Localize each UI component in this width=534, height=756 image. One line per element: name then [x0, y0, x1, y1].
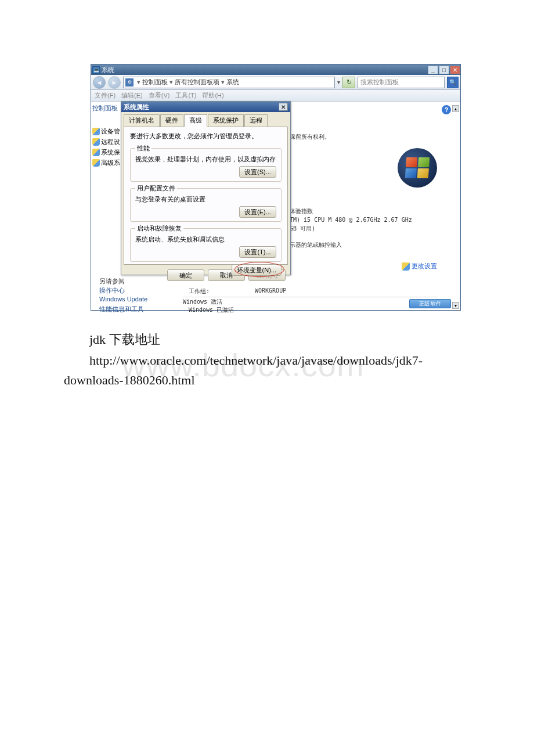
cpu-info: TM) i5 CPU M 480 @ 2.67GHz 2.67 GHz [290, 217, 412, 223]
breadcrumb-cp[interactable]: 控制面板 [142, 78, 168, 87]
document-text: jdk 下载地址 http://www.oracle.com/technetwo… [64, 331, 534, 388]
dialog-close-button[interactable]: ✕ [279, 103, 288, 111]
dialog-tabs: 计算机名 硬件 高级 系统保护 远程 [121, 112, 290, 127]
system-properties-dialog: 系统属性 ✕ 计算机名 硬件 高级 系统保护 远程 要进行大多数更改，您必须作为… [121, 101, 291, 275]
startup-legend: 启动和故障恢复 [135, 224, 183, 233]
user-profile-legend: 用户配置文件 [135, 184, 177, 193]
breadcrumb-all[interactable]: 所有控制面板项 [175, 78, 219, 87]
dialog-titlebar: 系统属性 ✕ [121, 102, 290, 112]
search-placeholder: 搜索控制面板 [360, 78, 399, 87]
startup-settings-button[interactable]: 设置(T)... [239, 246, 276, 258]
menu-bar: 文件(F) 编辑(E) 查看(V) 工具(T) 帮助(H) [91, 90, 460, 102]
tab-computer-name[interactable]: 计算机名 [124, 114, 160, 127]
menu-help[interactable]: 帮助(H) [202, 91, 223, 100]
sidebar-item-label: 远程设置 [101, 138, 120, 146]
menu-file[interactable]: 文件(F) [95, 91, 116, 100]
help-icon[interactable]: ? [442, 105, 451, 114]
windows-logo [398, 148, 437, 188]
workgroup-label: 工作组: [189, 287, 210, 296]
dialog-title: 系统属性 [124, 103, 149, 111]
sidebar-item-advanced[interactable]: 高级系统 [92, 159, 120, 167]
refresh-button[interactable]: ↻ [342, 77, 355, 88]
windows-update-link[interactable]: Windows Update [99, 296, 147, 303]
scroll-down-button[interactable]: ▾ [452, 302, 459, 309]
user-profile-fieldset: 用户配置文件 与您登录有关的桌面设置 设置(E)... [130, 184, 282, 222]
rights-text: 保留所有权利。 [290, 133, 330, 141]
performance-fieldset: 性能 视觉效果，处理器计划，内存使用，以及虚拟内存 设置(S)... [130, 144, 282, 182]
environment-variables-button[interactable]: 环境变量(N)... [232, 264, 282, 276]
menu-view[interactable]: 查看(V) [149, 91, 170, 100]
sidebar-header: 控制面板 [92, 104, 120, 113]
shield-icon [92, 159, 100, 167]
sidebar-item-label: 设备管理 [101, 127, 120, 136]
activation-status: Windows 已激活 [189, 306, 234, 314]
startup-recovery-fieldset: 启动和故障恢复 系统启动、系统失败和调试信息 设置(T)... [130, 224, 282, 262]
activation-header: Windows 激活 [183, 298, 222, 305]
sidebar-item-label: 系统保护 [101, 148, 120, 157]
user-profile-settings-button[interactable]: 设置(E)... [239, 206, 276, 218]
memory-info: GB 可用) [290, 225, 315, 233]
minimize-button[interactable]: _ [428, 66, 438, 74]
admin-note: 要进行大多数更改，您必须作为管理员登录。 [130, 132, 282, 141]
breadcrumb-sep-icon: ▾ [169, 78, 173, 86]
performance-desc: 视觉效果，处理器计划，内存使用，以及虚拟内存 [135, 155, 276, 164]
control-panel-icon: ⚙ [125, 78, 134, 87]
scroll-up-button[interactable]: ▴ [452, 105, 459, 112]
performance-settings-button[interactable]: 设置(S)... [239, 166, 276, 178]
jdk-url-line2: downloads-1880260.html [64, 373, 195, 387]
search-input[interactable]: 搜索控制面板 [358, 77, 445, 88]
shield-icon [402, 262, 410, 271]
window-title: 系统 [102, 66, 114, 74]
nav-back-button[interactable]: ◄ [93, 76, 106, 89]
jdk-url-line1: http://www.oracle.com/technetwork/java/j… [89, 353, 423, 368]
jdk-heading: jdk 下载地址 [64, 331, 534, 348]
sidebar-item-remote[interactable]: 远程设置 [92, 138, 120, 146]
startup-desc: 系统启动、系统失败和调试信息 [135, 235, 276, 244]
address-bar[interactable]: ⚙ ▾ 控制面板 ▾ 所有控制面板项 ▾ 系统 [123, 77, 335, 88]
sidebar-item-label: 高级系统 [101, 159, 120, 167]
titlebar: 💻 系统 _ □ ✕ [91, 64, 460, 75]
genuine-software-widget[interactable]: 正版 软件 [409, 299, 451, 308]
tab-remote[interactable]: 远程 [244, 114, 268, 127]
tab-body-advanced: 要进行大多数更改，您必须作为管理员登录。 性能 视觉效果，处理器计划，内存使用，… [124, 127, 288, 265]
performance-legend: 性能 [135, 144, 151, 153]
rating-label: 体验指数 [290, 207, 313, 215]
tab-hardware[interactable]: 硬件 [160, 114, 183, 127]
menu-edit[interactable]: 编辑(E) [121, 91, 143, 100]
navbar: ◄ ► ⚙ ▾ 控制面板 ▾ 所有控制面板项 ▾ 系统 ▾ ↻ 搜索控制面板 🔍 [91, 75, 460, 90]
tab-system-protection[interactable]: 系统保护 [208, 114, 244, 127]
workgroup-value: WORKGROUP [255, 287, 286, 294]
nav-forward-button[interactable]: ► [108, 76, 121, 89]
sidebar-item-protection[interactable]: 系统保护 [92, 148, 120, 157]
tab-advanced[interactable]: 高级 [184, 114, 207, 127]
pen-touch-info: 示器的笔或触控输入 [290, 241, 342, 249]
change-settings-label: 更改设置 [412, 262, 437, 271]
shield-icon [92, 128, 100, 135]
breadcrumb-sep-icon: ▾ [137, 78, 140, 86]
sidebar-item-device-manager[interactable]: 设备管理 [92, 127, 120, 136]
shield-icon [92, 138, 100, 146]
perf-info-link[interactable]: 性能信息和工具 [99, 305, 144, 314]
system-icon: 💻 [92, 66, 100, 74]
action-center-link[interactable]: 操作中心 [99, 286, 125, 295]
search-button[interactable]: 🔍 [447, 77, 459, 88]
user-profile-desc: 与您登录有关的桌面设置 [135, 195, 276, 204]
close-button[interactable]: ✕ [450, 66, 460, 74]
shield-icon [92, 149, 100, 156]
menu-tools[interactable]: 工具(T) [175, 91, 196, 100]
maximize-button[interactable]: □ [439, 66, 449, 74]
breadcrumb-sep-icon: ▾ [221, 78, 225, 86]
breadcrumb-system[interactable]: 系统 [226, 78, 239, 87]
change-settings-link[interactable]: 更改设置 [402, 262, 437, 271]
